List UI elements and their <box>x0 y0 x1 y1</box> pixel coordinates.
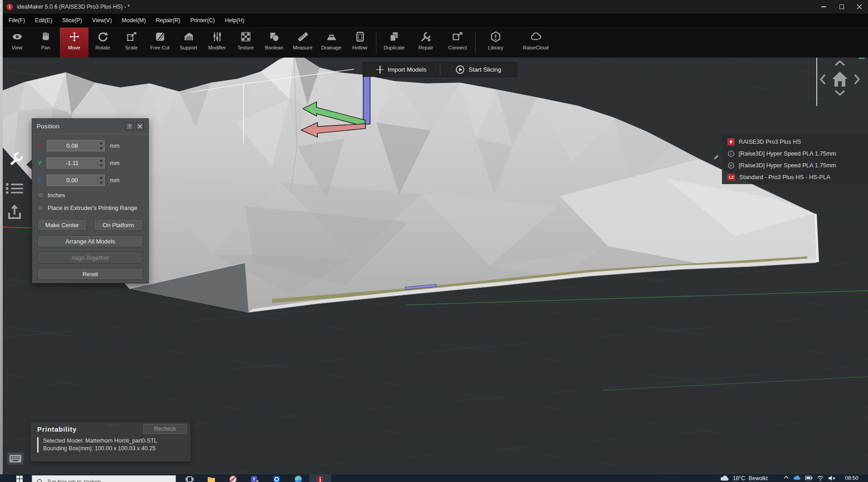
tool-library[interactable]: Library <box>478 28 514 58</box>
drag-handle-dots[interactable]: ····· <box>107 422 120 428</box>
keyboard-shortcuts-button[interactable] <box>7 453 24 465</box>
title-bar: i ideaMaker 5.0.6 (RAISE3D Pro3 Plus HS)… <box>0 0 868 14</box>
inches-label: Inches <box>48 192 65 199</box>
right-filament-row[interactable]: R [Raise3D] Hyper Speed PLA 1.75mm <box>722 160 868 171</box>
taskbar-app-file-explorer[interactable] <box>200 474 222 482</box>
recheck-button[interactable]: Recheck <box>143 424 187 434</box>
tool-duplicate[interactable]: Duplicate <box>378 28 410 58</box>
x-spinner[interactable] <box>97 141 104 151</box>
onedrive-icon[interactable] <box>793 475 801 480</box>
align-together-button[interactable]: Align Together <box>38 252 143 263</box>
z-spinner[interactable] <box>97 175 104 185</box>
tool-connect[interactable]: Connect <box>442 28 473 58</box>
minimize-button[interactable] <box>815 0 833 14</box>
tool-modifier[interactable]: Modifier <box>203 28 231 58</box>
inches-checkbox[interactable] <box>38 192 44 198</box>
tool-free-cut[interactable]: Free Cut <box>146 28 174 58</box>
nozzle-left-icon: L <box>727 150 735 157</box>
battery-icon[interactable] <box>805 475 813 480</box>
tool-rotate[interactable]: Rotate <box>88 28 117 58</box>
menu-file[interactable]: File(F) <box>4 14 30 27</box>
volume-muted-icon[interactable] <box>828 475 836 481</box>
tool-hollow[interactable]: Hollow <box>346 28 374 58</box>
x-position-input[interactable]: 0.08 <box>47 140 105 151</box>
tool-support[interactable]: Support <box>174 28 203 58</box>
taskbar-app-edge[interactable] <box>288 474 309 482</box>
menu-help[interactable]: Help(H) <box>220 14 249 27</box>
slice-template-row[interactable]: L2 Standard - Pro3 Plus HS - HS-PLA <box>722 171 868 183</box>
tool-repair[interactable]: Repair <box>410 28 442 58</box>
menu-slice[interactable]: Slice(P) <box>57 14 87 27</box>
weather-icon[interactable] <box>720 475 729 481</box>
y-spinner[interactable] <box>97 158 104 168</box>
rotate-down-button[interactable] <box>834 89 845 97</box>
rotate-up-button[interactable] <box>834 60 845 68</box>
play-icon <box>456 65 464 74</box>
tool-label: Repair <box>419 45 433 50</box>
x-axis-label: X <box>38 142 47 149</box>
arrange-all-models-button[interactable]: Arrange All Models <box>38 235 143 247</box>
taskbar-app-outlook[interactable] <box>266 474 288 482</box>
viewport-3d[interactable]: Import Models Start Slicing <box>0 58 868 474</box>
tool-view[interactable]: View <box>3 28 31 58</box>
tray-temperature[interactable]: 18°C <box>733 475 745 482</box>
menu-repair[interactable]: Repair(R) <box>151 14 185 27</box>
gizmo-z-handle[interactable] <box>363 76 370 124</box>
tool-pan[interactable]: Pan <box>31 28 60 58</box>
rotate-left-button[interactable] <box>820 74 826 87</box>
left-filament-row[interactable]: L [Raise3D] Hyper Speed PLA 1.75mm <box>722 148 868 160</box>
export-model-button[interactable] <box>7 204 22 222</box>
taskbar-app-task-view[interactable] <box>179 474 200 482</box>
on-platform-button[interactable]: On Platform <box>94 219 143 231</box>
menu-model[interactable]: Model(M) <box>117 14 151 27</box>
model-list-button[interactable] <box>5 183 24 196</box>
taskbar-app-teams[interactable]: T <box>244 474 266 482</box>
home-view-button[interactable] <box>830 68 850 90</box>
tool-move[interactable]: Move <box>60 28 88 58</box>
close-button[interactable] <box>850 0 868 14</box>
keyboard-icon <box>10 455 21 463</box>
teams-icon: T <box>251 475 259 482</box>
tool-texture[interactable]: Texture <box>231 28 260 58</box>
tool-drainage[interactable]: Drainage <box>317 28 346 58</box>
taskbar-app-remote-app[interactable] <box>222 474 244 482</box>
edit-printer-icon[interactable] <box>713 154 720 162</box>
maximize-button[interactable] <box>833 0 850 14</box>
dialog-close-button[interactable] <box>136 122 144 130</box>
ideamaker-window: i ideaMaker 5.0.6 (RAISE3D Pro3 Plus HS)… <box>0 0 868 482</box>
make-center-button[interactable]: Make Center <box>38 219 87 231</box>
z-position-input[interactable]: 0.00 <box>47 175 105 186</box>
tool-measure[interactable]: Measure <box>288 28 317 58</box>
import-models-button[interactable]: Import Models <box>363 62 440 77</box>
menu-edit[interactable]: Edit(E) <box>30 14 57 27</box>
reset-button[interactable]: Reset <box>38 268 143 280</box>
menu-printer[interactable]: Printer(C) <box>185 14 220 27</box>
tray-chevron-up-icon[interactable] <box>783 475 789 479</box>
tool-scale[interactable]: Scale <box>117 28 146 58</box>
menu-view[interactable]: View(V) <box>87 14 117 27</box>
inches-checkbox-row[interactable]: Inches <box>38 192 143 199</box>
printer-panel[interactable]: RAISE3D Pro3 Plus HS L [Raise3D] Hyper S… <box>722 135 868 184</box>
taskbar-search-box[interactable] <box>32 475 176 482</box>
printing-range-label: Place in Extruder's Printing Range <box>48 204 137 211</box>
search-input[interactable] <box>47 479 156 482</box>
rotate-right-button[interactable] <box>854 74 860 87</box>
tool-raisecloud[interactable]: RaiseCloud <box>514 28 558 58</box>
tool-label: Duplicate <box>384 45 405 50</box>
measure-icon <box>297 31 309 44</box>
wifi-icon[interactable] <box>817 475 824 481</box>
start-slicing-button[interactable]: Start Slicing <box>440 62 517 77</box>
tool-label: Hollow <box>352 45 367 50</box>
svg-text:T: T <box>253 477 255 482</box>
tool-boolean[interactable]: Boolean <box>260 28 288 58</box>
tray-clock[interactable]: 08:50 <box>845 475 858 481</box>
tray-weather-desc[interactable]: Bewolkt <box>749 475 768 482</box>
y-position-input[interactable]: -1.11 <box>47 157 105 169</box>
printer-row[interactable]: RAISE3D Pro3 Plus HS <box>722 136 868 148</box>
printing-range-checkbox[interactable] <box>38 205 44 211</box>
dialog-help-button[interactable]: ? <box>126 122 133 130</box>
start-button[interactable] <box>16 476 23 482</box>
taskbar-app-ideamaker[interactable] <box>309 474 331 482</box>
eye-icon <box>11 31 23 44</box>
printing-range-checkbox-row[interactable]: Place in Extruder's Printing Range <box>38 204 143 211</box>
